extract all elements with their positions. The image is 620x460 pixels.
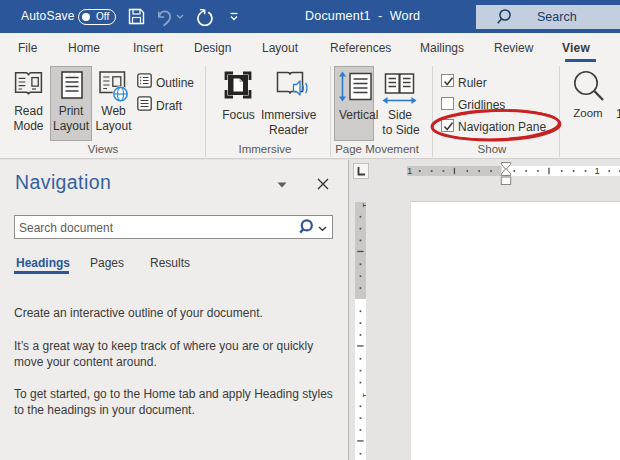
svg-text:1: 1 <box>361 393 366 398</box>
svg-text:1: 1 <box>361 203 366 208</box>
svg-text:1: 1 <box>595 166 600 176</box>
svg-text:1: 1 <box>407 166 412 176</box>
